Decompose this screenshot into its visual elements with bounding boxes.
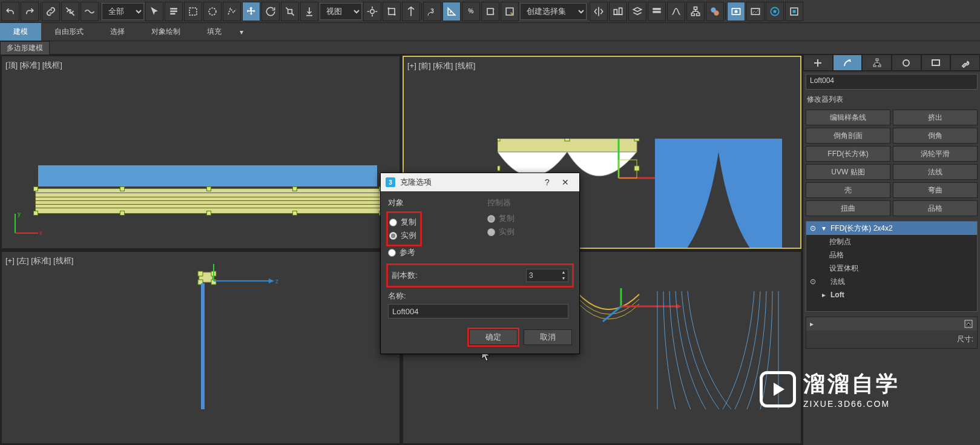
select-by-name-button[interactable] (165, 2, 183, 21)
ribbon-expand-button[interactable]: ▾ (235, 24, 248, 40)
radio-reference[interactable]: 参考 (388, 247, 473, 258)
fence-region-button[interactable] (223, 2, 241, 21)
cancel-button[interactable]: 取消 (524, 329, 572, 345)
spinner-snap-button[interactable] (481, 2, 499, 21)
dialog-help-button[interactable]: ? (538, 177, 556, 187)
keyboard-shortcut-button[interactable] (402, 2, 420, 21)
scale-button[interactable] (281, 2, 299, 21)
svg-rect-12 (487, 8, 493, 15)
svg-rect-63 (932, 60, 939, 65)
svg-rect-59 (876, 59, 878, 61)
object-name-field[interactable]: Loft004 (806, 74, 978, 90)
unlink-button[interactable] (61, 2, 79, 21)
rollout-header[interactable]: ▸ (806, 317, 977, 331)
menu-freeform[interactable]: 自由形式 (41, 23, 97, 41)
utilities-tab[interactable] (950, 54, 980, 71)
modifier-stack[interactable]: ⊙ ▾ FFD(长方体) 2x4x2 控制点 品格 设置体积 ⊙ ▸ 法线 ⊙ … (806, 221, 978, 312)
hierarchy-tab[interactable] (862, 54, 892, 71)
percent-snap-button[interactable]: % (462, 2, 480, 21)
align-button[interactable] (609, 2, 627, 21)
mod-btn-shell[interactable]: 壳 (806, 182, 890, 198)
curve-editor-button[interactable] (667, 2, 685, 21)
radio-instance[interactable]: 实例 (389, 230, 416, 241)
snap-3d-button[interactable]: 3 (423, 2, 441, 21)
mod-btn-ffdbox[interactable]: FFD(长方体) (806, 146, 890, 162)
select-object-button[interactable] (145, 2, 163, 21)
use-center-button[interactable] (363, 2, 381, 21)
svg-rect-34 (498, 139, 500, 141)
spinner-up-icon[interactable]: ▲ (559, 269, 568, 275)
mod-btn-bevel[interactable]: 倒角 (893, 128, 978, 143)
stack-item-ffd[interactable]: ⊙ ▾ FFD(长方体) 2x4x2 (806, 222, 977, 235)
dialog-titlebar[interactable]: 3 克隆选项 ? ✕ (381, 173, 579, 191)
redo-button[interactable] (21, 2, 39, 21)
modify-tab[interactable] (833, 54, 863, 71)
link-button[interactable] (42, 2, 60, 21)
selection-filter-combo[interactable]: 全部 (102, 3, 144, 20)
material-editor-button[interactable] (706, 2, 724, 21)
visibility-icon[interactable]: ⊙ (809, 224, 817, 232)
mod-btn-uvwmap[interactable]: UVW 贴图 (806, 164, 890, 180)
layer-explorer-button[interactable] (628, 2, 646, 21)
schematic-view-button[interactable] (686, 2, 705, 21)
bind-spacewarp-button[interactable] (81, 2, 99, 21)
radio-copy[interactable]: 复制 (389, 217, 416, 228)
mod-btn-bevelprof[interactable]: 倒角剖面 (806, 128, 890, 143)
mod-btn-turbosmooth[interactable]: 涡轮平滑 (893, 146, 978, 162)
expand-icon[interactable]: ▾ (820, 224, 828, 232)
viewport-top[interactable]: [顶] [标准] [线框] y (1, 56, 400, 249)
render-setup-button[interactable] (727, 2, 745, 21)
mod-btn-extrude[interactable]: 挤出 (893, 110, 978, 125)
motion-tab[interactable] (892, 54, 921, 71)
svg-rect-7 (389, 8, 395, 15)
stack-sub-setvolume[interactable]: 设置体积 (806, 262, 977, 275)
dialog-close-button[interactable]: ✕ (556, 177, 574, 187)
clone-name-input[interactable] (388, 304, 568, 318)
create-tab[interactable] (803, 54, 833, 71)
copies-input[interactable] (527, 271, 559, 280)
rotate-button[interactable] (261, 2, 280, 21)
expand-icon[interactable]: ▸ (820, 291, 828, 299)
placement-button[interactable] (300, 2, 318, 21)
subtab-polygon-modeling[interactable]: 多边形建模 (0, 41, 50, 55)
svg-rect-17 (653, 11, 660, 13)
move-button[interactable] (242, 2, 260, 21)
menu-objpaint[interactable]: 对象绘制 (138, 23, 194, 41)
ok-button[interactable]: 确定 (469, 329, 518, 345)
svg-rect-60 (873, 65, 876, 67)
render-production-button[interactable] (766, 2, 784, 21)
mod-btn-normal[interactable]: 法线 (893, 164, 978, 180)
toggle-ribbon-button[interactable] (648, 2, 666, 21)
ref-coord-combo[interactable]: 视图 (320, 3, 362, 20)
render-online-button[interactable] (785, 2, 803, 21)
select-manipulate-button[interactable] (383, 2, 401, 21)
spinner-down-icon[interactable]: ▼ (559, 275, 568, 282)
stack-item-normal[interactable]: ⊙ ▸ 法线 (806, 275, 977, 288)
named-selection-combo[interactable]: 创建选择集 (520, 3, 587, 20)
menu-fill[interactable]: 填充 (194, 23, 235, 41)
menu-selection[interactable]: 选择 (97, 23, 138, 41)
angle-snap-button[interactable] (442, 2, 461, 21)
mod-btn-bend[interactable]: 弯曲 (893, 182, 978, 198)
stack-item-loft[interactable]: ⊙ ▸ Loft (806, 288, 977, 302)
visibility-icon[interactable]: ⊙ (809, 277, 817, 286)
mod-btn-editspline[interactable]: 编辑样条线 (806, 110, 890, 125)
svg-rect-15 (619, 8, 622, 15)
mod-btn-lattice[interactable]: 品格 (893, 200, 978, 216)
viewport-left[interactable]: [+] [左] [标准] [线框] z (1, 251, 400, 444)
stack-sub-controlpoints[interactable]: 控制点 (806, 235, 977, 248)
menu-modeling[interactable]: 建模 (0, 23, 41, 41)
undo-button[interactable] (1, 2, 19, 21)
rollout-config-icon[interactable] (964, 319, 973, 329)
mod-btn-twist[interactable]: 扭曲 (806, 200, 890, 216)
mirror-button[interactable] (590, 2, 608, 21)
rendered-frame-button[interactable] (746, 2, 765, 21)
copies-spinner[interactable]: ▲▼ (526, 269, 568, 282)
rollout-pin-icon[interactable]: ▸ (810, 320, 814, 328)
display-tab[interactable] (921, 54, 951, 71)
circle-region-button[interactable] (203, 2, 222, 21)
stack-sub-lattice[interactable]: 品格 (806, 248, 977, 262)
svg-text:%: % (469, 8, 474, 15)
rect-region-button[interactable] (184, 2, 202, 21)
edit-named-sel-button[interactable] (501, 2, 519, 21)
